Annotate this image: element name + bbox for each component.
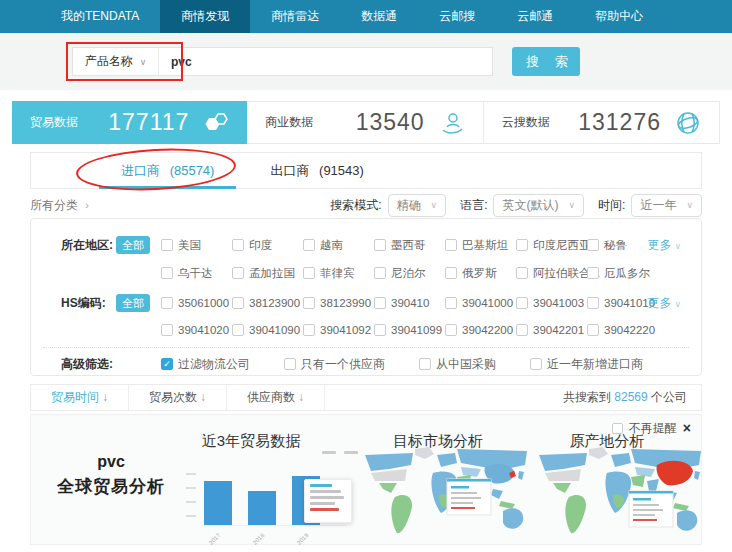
trade-3y-bar-chart[interactable]: 2017 2018 2019 <box>176 451 366 543</box>
region-checkbox[interactable]: 美国 <box>161 238 232 253</box>
search-result-count: 共搜索到 82569 个公司 <box>563 389 701 406</box>
stat-business-data[interactable]: 商业数据 13540 <box>247 101 483 144</box>
hs-code-checkbox[interactable]: 39041003 <box>516 297 587 309</box>
hs-code-checkbox[interactable]: 39042201 <box>516 324 587 336</box>
checkbox-label: 墨西哥 <box>391 238 426 253</box>
chevron-down-icon: ∨ <box>674 299 681 309</box>
chevron-down-icon: ∨ <box>686 200 693 210</box>
checkbox-label: 38123990 <box>320 297 371 309</box>
region-filter-row1: 所在地区: 全部 美国 印度 越南 墨西哥 巴基斯坦 印度尼西亚 秘鲁 更多∨ <box>31 235 703 255</box>
y-tick <box>186 501 196 503</box>
checkbox-icon <box>161 297 173 309</box>
nav-item-cloud-mail-search[interactable]: 云邮搜 <box>418 0 496 33</box>
checkbox-label: 过滤物流公司 <box>178 356 250 373</box>
search-category-select[interactable]: 产品名称 ∨ <box>73 48 159 75</box>
result-prefix: 共搜索到 <box>563 390 611 404</box>
checkbox-icon <box>232 297 244 309</box>
origin-map[interactable] <box>533 445 705 541</box>
product-name: pvc <box>41 453 181 471</box>
tab-exporters[interactable]: 出口商 (91543) <box>242 153 391 188</box>
hs-code-more-link[interactable]: 更多∨ <box>647 295 681 312</box>
time-select[interactable]: 近一年 ∨ <box>631 194 702 217</box>
target-market-map[interactable] <box>359 445 531 541</box>
stat-cloud-search-data[interactable]: 云搜数据 131276 <box>484 101 720 144</box>
tab-count: (91543) <box>319 163 364 178</box>
bar-year2[interactable] <box>248 491 276 525</box>
stat-label: 商业数据 <box>265 114 313 131</box>
nav-item-help-center[interactable]: 帮助中心 <box>574 0 664 33</box>
search-input[interactable] <box>159 48 492 75</box>
hs-code-checkbox[interactable]: 39041099 <box>374 324 445 336</box>
bar-year1[interactable] <box>204 481 232 525</box>
checkbox-icon <box>587 239 599 251</box>
tab-importers[interactable]: 进口商 (85574) <box>93 153 242 188</box>
x-label: 2018 <box>252 532 266 546</box>
search-button[interactable]: 搜 索 <box>512 47 580 76</box>
hs-code-checkbox[interactable]: 38123990 <box>303 297 374 309</box>
options-row: 所有分类 › 搜索模式: 精确 ∨ 语言: 英文(默认) ∨ 时间: <box>30 192 702 218</box>
checkbox-icon <box>374 239 386 251</box>
filter-panel: 所在地区: 全部 美国 印度 越南 墨西哥 巴基斯坦 印度尼西亚 秘鲁 更多∨ … <box>30 218 702 376</box>
checkbox-label: 秘鲁 <box>604 238 627 253</box>
region-checkbox[interactable]: 巴基斯坦 <box>445 238 516 253</box>
checkbox-icon <box>374 297 386 309</box>
nav-item-cloud-mail[interactable]: 云邮通 <box>496 0 574 33</box>
checkbox-label: 印度尼西亚 <box>533 238 591 253</box>
sort-by-trade-count[interactable]: 贸易次数↓ <box>129 385 227 410</box>
region-all-button[interactable]: 全部 <box>116 236 150 254</box>
sort-by-trade-time[interactable]: 贸易时间↓ <box>31 385 129 410</box>
checkbox-icon <box>516 267 528 279</box>
hs-code-checkbox[interactable]: 38123900 <box>232 297 303 309</box>
stat-value: 177117 <box>108 109 189 136</box>
advanced-checkbox-new-importers[interactable]: 近一年新增进口商 <box>530 356 643 373</box>
chart-tooltip <box>304 479 352 523</box>
region-checkbox[interactable]: 尼泊尔 <box>374 266 445 281</box>
x-axis <box>202 525 346 526</box>
breadcrumb[interactable]: 所有分类 › <box>30 197 89 214</box>
hs-code-checkbox[interactable]: 39041000 <box>445 297 516 309</box>
breadcrumb-label: 所有分类 <box>30 198 78 212</box>
region-more-link[interactable]: 更多∨ <box>647 237 681 254</box>
language-value: 英文(默认) <box>502 197 558 214</box>
result-number: 82569 <box>614 390 647 404</box>
region-checkbox[interactable]: 乌干达 <box>161 266 232 281</box>
nav-item-business-radar[interactable]: 商情雷达 <box>250 0 340 33</box>
advanced-checkbox-single-supplier[interactable]: 只有一个供应商 <box>284 356 385 373</box>
close-icon[interactable]: × <box>683 423 691 434</box>
hs-code-checkbox[interactable]: 35061000 <box>161 297 232 309</box>
checkbox-icon <box>161 239 173 251</box>
nav-item-my-tendata[interactable]: 我的TENDATA <box>40 0 160 33</box>
checkbox-label: 印度 <box>249 238 272 253</box>
hs-code-checkbox[interactable]: 39042220 <box>587 324 658 336</box>
hs-code-checkbox[interactable]: 39041020 <box>161 324 232 336</box>
hs-code-checkbox[interactable]: 39042200 <box>445 324 516 336</box>
hs-code-checkbox[interactable]: 39041090 <box>232 324 303 336</box>
hs-code-checkbox[interactable]: 390410 <box>374 297 445 309</box>
hs-code-filter-row2: 39041020 39041090 39041092 39041099 3904… <box>31 320 703 340</box>
region-checkbox[interactable]: 菲律宾 <box>303 266 374 281</box>
hs-code-all-button[interactable]: 全部 <box>116 294 150 312</box>
language-group: 语言: 英文(默认) ∨ <box>460 194 584 217</box>
sort-label: 贸易次数 <box>149 390 197 404</box>
checkbox-icon <box>419 358 431 370</box>
hs-code-checkbox[interactable]: 39041092 <box>303 324 374 336</box>
search-mode-group: 搜索模式: 精确 ∨ <box>330 194 446 217</box>
region-checkbox[interactable]: 印度 <box>232 238 303 253</box>
nav-item-business-discovery[interactable]: 商情发现 <box>160 0 250 33</box>
search-mode-select[interactable]: 精确 ∨ <box>388 194 447 217</box>
chevron-right-icon: › <box>85 199 89 211</box>
region-checkbox[interactable]: 厄瓜多尔 <box>587 266 658 281</box>
region-checkbox[interactable]: 印度尼西亚 <box>516 238 587 253</box>
stat-trade-data[interactable]: 贸易数据 177117 <box>12 101 247 144</box>
region-checkbox[interactable]: 孟加拉国 <box>232 266 303 281</box>
advanced-checkbox-filter-logistics[interactable]: 过滤物流公司 <box>161 356 250 373</box>
language-select[interactable]: 英文(默认) ∨ <box>493 194 584 217</box>
section-title-trade-3y: 近3年贸易数据 <box>181 432 321 451</box>
region-checkbox[interactable]: 俄罗斯 <box>445 266 516 281</box>
sort-by-supplier-count[interactable]: 供应商数↓ <box>227 385 325 410</box>
advanced-checkbox-buy-from-china[interactable]: 从中国采购 <box>419 356 496 373</box>
region-checkbox[interactable]: 越南 <box>303 238 374 253</box>
region-checkbox[interactable]: 阿拉伯联合... <box>516 266 587 281</box>
region-checkbox[interactable]: 墨西哥 <box>374 238 445 253</box>
nav-item-data-link[interactable]: 数据通 <box>340 0 418 33</box>
